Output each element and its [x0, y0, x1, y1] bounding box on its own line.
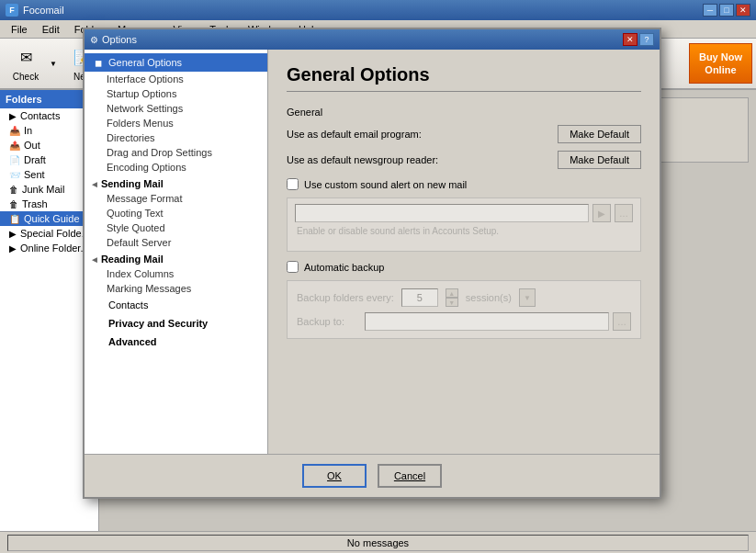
modal-titlebar: ⚙ Options ✕ ? [85, 29, 660, 50]
modal-content: General Options General Use as default e… [268, 50, 660, 454]
section-general-label: General [287, 107, 641, 118]
cancel-button[interactable]: Cancel [378, 464, 442, 488]
nav-network-settings[interactable]: Network Settings [85, 101, 267, 116]
sound-alert-row: Use custom sound alert on new mail [287, 178, 641, 190]
sound-alert-checkbox[interactable] [287, 178, 299, 190]
backup-to-input [365, 312, 609, 331]
sound-hint: Enable or disable sound alerts in Accoun… [295, 226, 633, 236]
backup-unit-dropdown: ▼ [519, 288, 536, 307]
backup-checkbox-row: Automatic backup [287, 261, 641, 273]
sound-browse-button: … [615, 204, 633, 222]
nav-marking-messages[interactable]: Marking Messages [85, 281, 267, 296]
default-newsgroup-row: Use as default newsgroup reader: Make De… [287, 151, 641, 169]
backup-section-container: Automatic backup Backup folders every: ▲… [287, 261, 641, 339]
nav-default-server[interactable]: Default Server [85, 235, 267, 250]
backup-to-row: Backup to: … [297, 312, 631, 331]
backup-value-input [401, 288, 438, 307]
sound-alert-label: Use custom sound alert on new mail [304, 179, 467, 190]
nav-reading-mail-label: ◄ Reading Mail [85, 250, 267, 266]
backup-to-label: Backup to: [297, 316, 361, 327]
backup-increment: ▲ [446, 288, 458, 298]
backup-to-browse-button: … [613, 312, 631, 331]
nav-message-format[interactable]: Message Format [85, 191, 267, 206]
backup-label: Automatic backup [304, 262, 384, 273]
modal-settings-icon: ⚙ [90, 35, 98, 45]
nav-folders-menus[interactable]: Folders Menus [85, 116, 267, 130]
modal-overlay: ⚙ Options ✕ ? ◼ General Options Interfac… [0, 0, 756, 553]
default-newsgroup-label: Use as default newsgroup reader: [287, 154, 550, 165]
cancel-label: Cancel [394, 470, 425, 481]
nav-contacts[interactable]: Contacts [85, 296, 267, 314]
nav-contacts-icon [92, 299, 105, 311]
content-title: General Options [287, 64, 641, 92]
nav-encoding-options[interactable]: Encoding Options [85, 160, 267, 175]
backup-checkbox[interactable] [287, 261, 299, 273]
modal-close-button[interactable]: ✕ [623, 33, 638, 46]
nav-startup-options[interactable]: Startup Options [85, 86, 267, 101]
nav-quoting-text[interactable]: Quoting Text [85, 206, 267, 220]
nav-privacy-icon [92, 317, 105, 330]
modal-footer: OK Cancel [85, 454, 660, 497]
nav-advanced[interactable]: Advanced [85, 333, 267, 351]
nav-advanced-icon [92, 335, 105, 348]
modal-nav: ◼ General Options Interface Options Star… [85, 50, 268, 454]
backup-every-row: Backup folders every: ▲ ▼ session(s) ▼ [297, 288, 631, 307]
sound-input-section: ▶ … Enable or disable sound alerts in Ac… [287, 198, 641, 252]
modal-title: Options [102, 34, 623, 45]
ok-label: OK [327, 470, 342, 481]
backup-decrement: ▼ [446, 298, 458, 307]
make-default-newsgroup-button[interactable]: Make Default [558, 151, 641, 169]
nav-general-options[interactable]: ◼ General Options [85, 53, 267, 72]
backup-unit: session(s) [466, 292, 512, 303]
nav-drag-drop-settings[interactable]: Drag and Drop Settings [85, 145, 267, 160]
sound-file-input [295, 204, 589, 222]
sound-play-button: ▶ [592, 204, 611, 222]
backup-settings-section: Backup folders every: ▲ ▼ session(s) ▼ B… [287, 280, 641, 339]
make-default-email-button[interactable]: Make Default [558, 125, 641, 143]
default-email-row: Use as default email program: Make Defau… [287, 125, 641, 143]
nav-interface-options[interactable]: Interface Options [85, 72, 267, 86]
modal-body: ◼ General Options Interface Options Star… [85, 50, 660, 454]
nav-sending-mail-label: ◄ Sending Mail [85, 175, 267, 191]
modal-help-button[interactable]: ? [639, 33, 654, 46]
backup-every-label: Backup folders every: [297, 292, 394, 303]
nav-index-columns[interactable]: Index Columns [85, 266, 267, 281]
sound-file-row: ▶ … [295, 204, 633, 222]
nav-style-quoted[interactable]: Style Quoted [85, 220, 267, 235]
options-dialog: ⚙ Options ✕ ? ◼ General Options Interfac… [83, 28, 661, 499]
sound-alert-section: Use custom sound alert on new mail ▶ … E… [287, 178, 641, 252]
nav-directories[interactable]: Directories [85, 130, 267, 145]
default-email-label: Use as default email program: [287, 129, 550, 140]
nav-privacy-security[interactable]: Privacy and Security [85, 314, 267, 333]
ok-button[interactable]: OK [302, 464, 367, 488]
backup-spinner: ▲ ▼ [446, 288, 458, 307]
nav-general-icon: ◼ [92, 56, 105, 69]
